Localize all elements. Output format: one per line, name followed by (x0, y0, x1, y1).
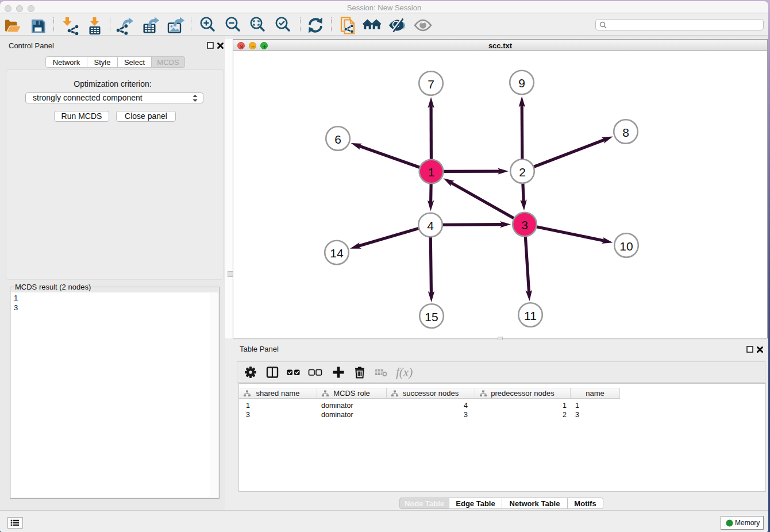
svg-text:8: 8 (622, 126, 629, 139)
svg-text:1: 1 (428, 165, 435, 179)
svg-text:6: 6 (334, 133, 341, 146)
svg-text:3: 3 (521, 218, 528, 232)
svg-text:7: 7 (428, 78, 434, 91)
svg-text:14: 14 (330, 246, 344, 260)
svg-text:11: 11 (524, 309, 537, 322)
svg-text:4: 4 (427, 219, 434, 232)
svg-text:2: 2 (519, 165, 526, 179)
svg-text:10: 10 (619, 240, 633, 253)
svg-text:9: 9 (518, 76, 525, 90)
svg-text:15: 15 (425, 310, 438, 323)
